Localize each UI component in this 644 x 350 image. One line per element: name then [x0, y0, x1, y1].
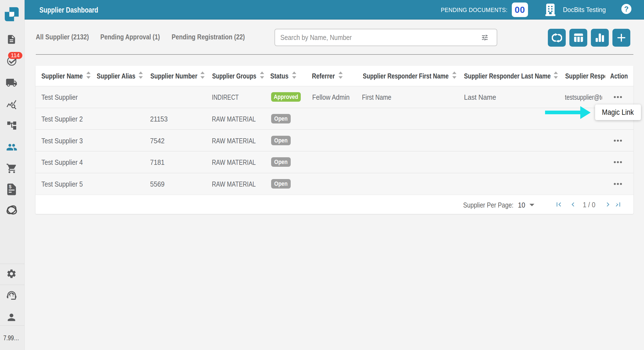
- svg-text:$: $: [9, 184, 12, 189]
